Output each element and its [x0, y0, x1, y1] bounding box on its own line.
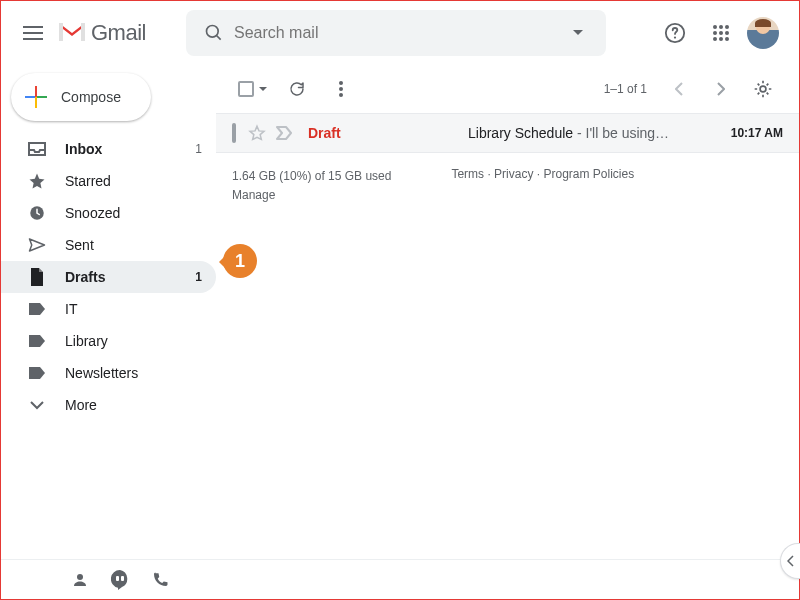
- row-checkbox[interactable]: [232, 125, 236, 141]
- help-icon: [664, 22, 686, 44]
- send-icon: [27, 237, 47, 253]
- inbox-icon: [27, 142, 47, 156]
- account-avatar[interactable]: [747, 17, 779, 49]
- sidebar-item-snoozed[interactable]: Snoozed: [1, 197, 216, 229]
- sidebar: Compose Inbox 1 Starred Snoozed: [1, 65, 216, 559]
- apps-button[interactable]: [701, 13, 741, 53]
- chat-bar: [1, 559, 799, 599]
- chevron-left-icon: [675, 82, 683, 96]
- select-all-button[interactable]: [232, 81, 273, 97]
- refresh-button[interactable]: [277, 69, 317, 109]
- callout-number: 1: [235, 251, 245, 272]
- message-list: Draft Library Schedule - I'll be using… …: [216, 113, 799, 153]
- label-icon: [27, 366, 47, 380]
- svg-point-15: [339, 87, 343, 91]
- sidebar-item-label: Library: [65, 333, 202, 349]
- support-button[interactable]: [655, 13, 695, 53]
- sidebar-item-label: Newsletters: [65, 365, 202, 381]
- chevron-left-icon: [787, 555, 794, 567]
- sidebar-item-label: Drafts: [65, 269, 177, 285]
- settings-button[interactable]: [743, 69, 783, 109]
- svg-point-14: [339, 81, 343, 85]
- toolbar: 1–1 of 1: [216, 65, 799, 113]
- chevron-down-icon: [27, 400, 47, 410]
- sidebar-item-more[interactable]: More: [1, 389, 216, 421]
- sidebar-item-label: Snoozed: [65, 205, 202, 221]
- sidebar-item-it[interactable]: IT: [1, 293, 216, 325]
- contacts-button[interactable]: [71, 571, 89, 589]
- more-vert-icon: [339, 81, 343, 97]
- svg-point-6: [713, 31, 717, 35]
- svg-rect-19: [116, 576, 119, 581]
- sidebar-item-drafts[interactable]: Drafts 1: [1, 261, 216, 293]
- search-bar[interactable]: [186, 10, 606, 56]
- sidebar-item-count: 1: [195, 270, 202, 284]
- phone-button[interactable]: [151, 571, 169, 589]
- clock-icon: [27, 204, 47, 222]
- footer-links: Terms · Privacy · Program Policies: [451, 167, 634, 205]
- sidebar-item-label: Starred: [65, 173, 202, 189]
- gmail-m-icon: [57, 21, 87, 45]
- policies-link[interactable]: Program Policies: [543, 167, 634, 181]
- sidebar-item-label: IT: [65, 301, 202, 317]
- pager-text: 1–1 of 1: [604, 82, 647, 96]
- checkbox-icon: [238, 81, 254, 97]
- star-button[interactable]: [248, 124, 266, 142]
- svg-point-11: [725, 37, 729, 41]
- sidebar-item-library[interactable]: Library: [1, 325, 216, 357]
- hamburger-icon: [23, 26, 43, 40]
- sidebar-item-newsletters[interactable]: Newsletters: [1, 357, 216, 389]
- apps-grid-icon: [712, 24, 730, 42]
- message-sender: Draft: [308, 125, 468, 141]
- search-options-button[interactable]: [558, 30, 598, 36]
- svg-rect-20: [121, 576, 124, 581]
- main-menu-button[interactable]: [9, 9, 57, 57]
- chevron-right-icon: [717, 82, 725, 96]
- search-input[interactable]: [234, 24, 558, 42]
- gear-icon: [753, 79, 773, 99]
- svg-point-2: [674, 36, 676, 38]
- sidebar-item-inbox[interactable]: Inbox 1: [1, 133, 216, 165]
- manage-storage-link[interactable]: Manage: [232, 188, 275, 202]
- person-icon: [71, 571, 89, 589]
- svg-point-9: [713, 37, 717, 41]
- caret-down-icon: [573, 30, 583, 36]
- svg-point-7: [719, 31, 723, 35]
- importance-icon: [276, 126, 294, 140]
- sidebar-item-label: Sent: [65, 237, 202, 253]
- label-icon: [27, 302, 47, 316]
- phone-icon: [151, 571, 169, 589]
- search-icon: [194, 23, 234, 43]
- terms-link[interactable]: Terms: [451, 167, 484, 181]
- file-icon: [27, 268, 47, 286]
- compose-label: Compose: [61, 89, 121, 105]
- message-snippet: - I'll be using…: [573, 125, 669, 141]
- tutorial-callout: 1: [223, 244, 257, 278]
- svg-point-5: [725, 25, 729, 29]
- next-page-button[interactable]: [701, 69, 741, 109]
- caret-down-icon: [259, 87, 267, 92]
- footer-info: 1.64 GB (10%) of 15 GB used Manage Terms…: [216, 153, 799, 219]
- message-row[interactable]: Draft Library Schedule - I'll be using… …: [216, 113, 799, 153]
- more-button[interactable]: [321, 69, 361, 109]
- label-icon: [27, 334, 47, 348]
- sidebar-item-starred[interactable]: Starred: [1, 165, 216, 197]
- hangouts-button[interactable]: [111, 570, 129, 590]
- star-outline-icon: [248, 124, 266, 142]
- refresh-icon: [288, 80, 306, 98]
- svg-point-16: [339, 93, 343, 97]
- svg-point-0: [206, 26, 218, 38]
- svg-point-4: [719, 25, 723, 29]
- svg-point-17: [760, 86, 766, 92]
- importance-button[interactable]: [276, 126, 294, 140]
- gmail-logo[interactable]: Gmail: [57, 20, 146, 46]
- sidebar-item-sent[interactable]: Sent: [1, 229, 216, 261]
- sidebar-item-label: Inbox: [65, 141, 177, 157]
- svg-point-3: [713, 25, 717, 29]
- compose-button[interactable]: Compose: [11, 73, 151, 121]
- message-subject: Library Schedule: [468, 125, 573, 141]
- hangouts-icon: [111, 570, 129, 590]
- prev-page-button[interactable]: [659, 69, 699, 109]
- privacy-link[interactable]: Privacy: [494, 167, 533, 181]
- plus-icon: [25, 86, 47, 108]
